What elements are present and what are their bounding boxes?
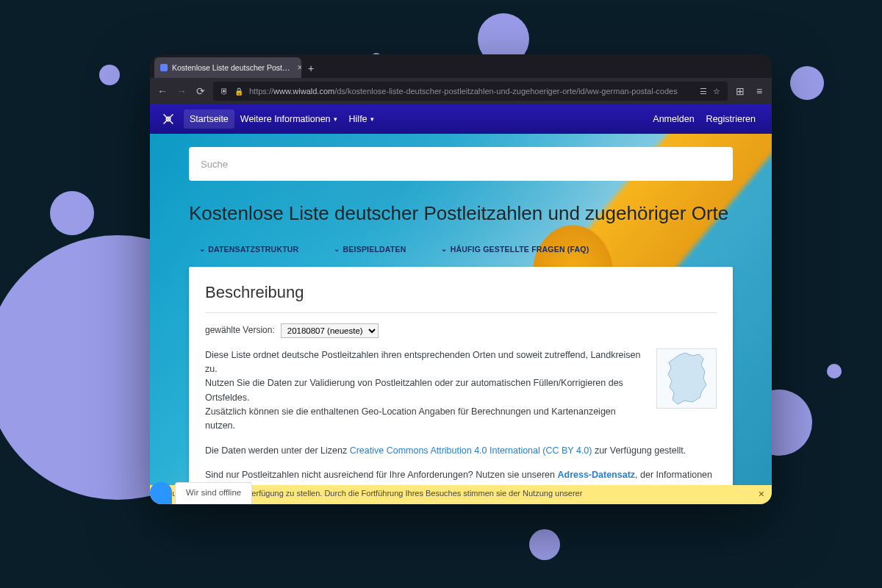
site-navbar: Startseite Weitere Informationen ▾ Hilfe… [150, 104, 772, 134]
new-tab-button[interactable]: + [301, 59, 320, 78]
extensions-icon[interactable]: ⊞ [734, 85, 747, 97]
nav-register[interactable]: Registrieren [700, 110, 761, 129]
address-dataset-link[interactable]: Adress-Datensatz [557, 470, 635, 480]
chevron-down-icon: ▾ [370, 115, 374, 123]
version-select[interactable]: 20180807 (neueste) [281, 323, 379, 338]
url-bar[interactable]: ⛨ 🔒 https://www.wiwald.com/ds/kostenlose… [213, 82, 728, 101]
anchor-links: ⌄DATENSATZSTRUKTUR ⌄BEISPIELDATEN ⌄HÄUFI… [189, 245, 733, 254]
browser-toolbar: ← → ⟳ ⛨ 🔒 https://www.wiwald.com/ds/kost… [150, 78, 772, 104]
nav-reload-icon[interactable]: ⟳ [194, 85, 207, 97]
nav-back-icon[interactable]: ← [156, 85, 169, 97]
nav-login[interactable]: Anmelden [647, 110, 700, 129]
bg-circle [529, 529, 560, 560]
reader-icon[interactable]: ☰ [700, 87, 707, 96]
nav-more-info[interactable]: Weitere Informationen ▾ [234, 110, 343, 129]
search-box[interactable] [189, 147, 733, 181]
bg-circle [99, 65, 120, 85]
chevron-down-icon: ▾ [334, 115, 337, 123]
license-link[interactable]: Creative Commons Attribution 4.0 Interna… [350, 445, 592, 456]
bg-circle [790, 66, 824, 100]
anchor-sample[interactable]: ⌄BEISPIELDATEN [334, 245, 406, 254]
version-label: gewählte Version: [205, 323, 275, 337]
description-heading: Beschreibung [205, 280, 717, 305]
nav-forward-icon[interactable]: → [175, 85, 188, 97]
shield-icon: ⛨ [220, 87, 229, 96]
anchor-structure[interactable]: ⌄DATENSATZSTRUKTUR [199, 245, 298, 254]
url-text: https://www.wiwald.com/ds/kostenlose-lis… [249, 87, 694, 96]
bookmark-icon[interactable]: ☆ [713, 87, 720, 96]
chevrons-down-icon: ⌄ [441, 245, 447, 253]
tab-close-icon[interactable]: × [295, 62, 301, 73]
browser-window: Kostenlose Liste deutscher Post… × + ← →… [150, 54, 772, 504]
lock-icon: 🔒 [234, 87, 243, 96]
bg-circle [827, 364, 842, 379]
cookie-close-icon[interactable]: × [759, 488, 764, 500]
desc-paragraph-license: Die Daten werden unter der Lizenz Creati… [205, 444, 717, 458]
chat-status-label: Wir sind offline [175, 482, 252, 504]
page-title: Kostenlose Liste deutscher Postleitzahle… [189, 201, 733, 226]
page-viewport: Startseite Weitere Informationen ▾ Hilfe… [150, 104, 772, 504]
map-thumbnail[interactable] [656, 348, 717, 409]
bg-circle [88, 456, 128, 495]
chevrons-down-icon: ⌄ [334, 245, 340, 253]
chevrons-down-icon: ⌄ [199, 245, 205, 253]
chat-bubble-icon[interactable] [150, 482, 172, 504]
bg-circle [103, 390, 116, 403]
desc-paragraph-1: Diese Liste ordnet deutsche Postleitzahl… [205, 348, 717, 434]
bg-circle [50, 191, 94, 235]
divider [205, 312, 717, 313]
tab-title: Kostenlose Liste deutscher Post… [172, 63, 290, 72]
nav-help[interactable]: Hilfe ▾ [343, 110, 380, 129]
version-row: gewählte Version: 20180807 (neueste) [205, 323, 717, 338]
app-menu-icon[interactable]: ≡ [753, 85, 766, 97]
anchor-faq[interactable]: ⌄HÄUFIG GESTELLTE FRAGEN (FAQ) [441, 245, 589, 254]
hero-section: Kostenlose Liste deutscher Postleitzahle… [150, 134, 772, 504]
search-input[interactable] [201, 159, 721, 170]
browser-tabstrip: Kostenlose Liste deutscher Post… × + [150, 54, 772, 78]
browser-tab[interactable]: Kostenlose Liste deutscher Post… × [154, 57, 301, 78]
nav-home[interactable]: Startseite [184, 110, 234, 129]
chat-widget[interactable]: Wir sind offline [150, 482, 252, 504]
description-card: Beschreibung gewählte Version: 20180807 … [189, 267, 733, 505]
site-logo-icon[interactable] [160, 111, 176, 127]
tab-favicon [160, 64, 168, 71]
